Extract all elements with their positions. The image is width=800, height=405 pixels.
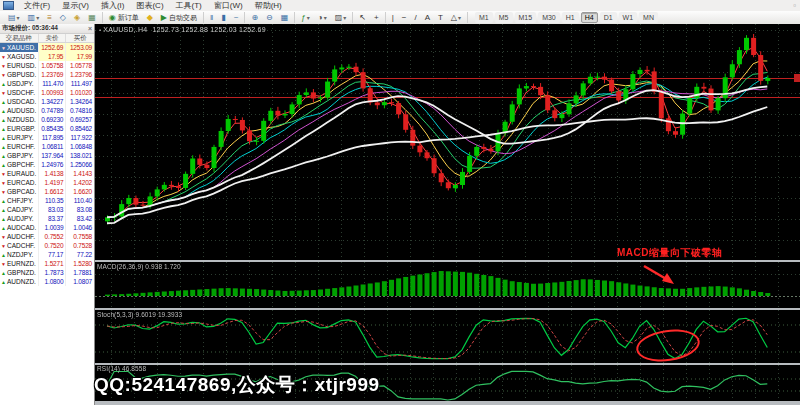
candle-chart-button[interactable]: ▮	[218, 12, 228, 23]
table-row[interactable]: ▲NZDJPY.77.1777.22	[0, 250, 94, 259]
timeframe-m15[interactable]: M15	[515, 12, 537, 23]
menu-item-4[interactable]: 工具(T)	[170, 0, 208, 11]
price-chart-canvas[interactable]	[95, 24, 800, 405]
table-row[interactable]: ▲CHFJPY.110.35110.40	[0, 196, 94, 205]
table-row[interactable]: ▲EURCHF.1.068111.06848	[0, 142, 94, 151]
timeframe-h4[interactable]: H4	[581, 12, 598, 23]
timeframe-m1[interactable]: M1	[475, 12, 493, 23]
toolbar-group: ⊕⊖▦	[245, 12, 295, 23]
bid-value: 17.95	[39, 52, 67, 61]
menu-item-6[interactable]: 帮助(H)	[249, 0, 288, 11]
table-row[interactable]: ▼CADCHF.0.75200.7528	[0, 241, 94, 250]
zoom-in-button[interactable]: ⊕	[248, 12, 261, 23]
table-row[interactable]: ▼GBPUSD.1.237691.23796	[0, 70, 94, 79]
table-row[interactable]: ▲GBPNZD.1.78731.7881	[0, 268, 94, 277]
table-row[interactable]: ▼EURCAD.1.41971.4202	[0, 178, 94, 187]
autotrading-button-label: 自动交易	[169, 13, 197, 23]
tile-windows-button[interactable]: ▦	[278, 12, 292, 23]
profiles-button[interactable]: ▥▾	[25, 12, 43, 23]
table-row[interactable]: ▲EURGBP.0.854350.85462	[0, 124, 94, 133]
line-chart-button[interactable]: ~	[231, 12, 242, 23]
new-chart-button[interactable]: ▤▾	[5, 12, 23, 23]
table-row[interactable]: ▲NZDUSD.0.692300.69257	[0, 115, 94, 124]
autotrading-button[interactable]: ▶自动交易	[158, 12, 200, 23]
table-row[interactable]: ▼EURNZD.1.52711.5280	[0, 259, 94, 268]
symbol-cell: ▲GBPJPY.	[0, 151, 39, 160]
symbol-cell: ▲USDJPY.	[0, 79, 39, 88]
table-row[interactable]: ▼USDCHF.1.009931.01020	[0, 88, 94, 97]
symbol-name: AUDCHF.	[7, 233, 35, 240]
symbol-cell: ▲USDCAD.	[0, 97, 39, 106]
shapes-button[interactable]: △▾	[448, 12, 464, 23]
symbol-name: CADCHF.	[7, 242, 35, 249]
close-icon[interactable]: ×	[88, 25, 92, 32]
timeframe-m5[interactable]: M5	[495, 12, 513, 23]
window-controls-icon[interactable]: ▫	[793, 1, 796, 10]
text-button[interactable]: A	[422, 12, 433, 23]
navigator-button[interactable]: ◈	[71, 12, 83, 23]
cursor-button[interactable]: ↖	[356, 12, 369, 23]
table-row[interactable]: ▲AUDCAD.1.00391.0046	[0, 223, 94, 232]
timeframe-m30[interactable]: M30	[538, 12, 560, 23]
bid-value: 0.7520	[39, 241, 67, 250]
table-row[interactable]: ▲USDJPY.111.470111.497	[0, 79, 94, 88]
column-symbol[interactable]: 交易品种	[0, 34, 39, 42]
ask-value: 110.40	[66, 196, 94, 205]
menu-item-2[interactable]: 插入(I)	[95, 0, 131, 11]
column-bid[interactable]: 卖价	[39, 34, 67, 42]
menu-item-3[interactable]: 图表(C)	[130, 0, 169, 11]
timeframe-d1[interactable]: D1	[600, 12, 617, 23]
timeframe-mn[interactable]: MN	[639, 12, 658, 23]
table-row[interactable]: ▼AUDCHF.0.75520.7558	[0, 232, 94, 241]
table-row[interactable]: ▼GBPCAD.1.66121.6620	[0, 187, 94, 196]
crosshair-button[interactable]: +	[371, 12, 382, 23]
symbol-name: GBPCHF.	[7, 161, 35, 168]
trendline-button[interactable]: /	[411, 12, 419, 23]
bar-chart-button[interactable]: ‖	[207, 12, 216, 23]
menu-item-5[interactable]: 窗口(W)	[208, 0, 249, 11]
hline-button[interactable]: −	[399, 12, 410, 23]
periods-button[interactable]: ◑▾	[315, 12, 330, 23]
column-ask[interactable]: 买价	[66, 34, 94, 42]
table-row[interactable]: ▲CADJPY.83.0383.08	[0, 205, 94, 214]
indicators-button[interactable]: ƒ▾	[298, 12, 312, 23]
table-row[interactable]: ▲AUDNZD.1.08001.0807	[0, 277, 94, 286]
trendline-icon: /	[414, 13, 416, 23]
toolbar: ▤▾▥▾≡◇◈▦◉新订单◆▶自动交易‖▮~⊕⊖▦ƒ▾◑▾▨▾↖+|−/AT△▾ …	[0, 11, 800, 25]
label-button[interactable]: T	[435, 12, 446, 23]
terminal-button[interactable]: ▦	[85, 12, 99, 23]
menu-item-0[interactable]: 文件(F)	[18, 0, 56, 11]
ask-value: 1.4202	[66, 178, 94, 187]
data-window-button[interactable]: ◇	[57, 12, 69, 23]
table-row[interactable]: ▲AUDJPY.83.3783.42	[0, 214, 94, 223]
table-row[interactable]: ▼EURUSD.1.057581.05778	[0, 61, 94, 70]
symbol-cell: ▼CADCHF.	[0, 241, 39, 250]
terminal-icon: ▦	[88, 13, 96, 23]
table-row[interactable]: ▲GBPJPY.137.964138.021	[0, 151, 94, 160]
table-row[interactable]: ▲EURJPY.117.895117.922	[0, 133, 94, 142]
symbol-cell: ▲NZDJPY.	[0, 250, 39, 259]
ask-value: 1.23796	[66, 70, 94, 79]
timeframe-h1[interactable]: H1	[562, 12, 579, 23]
crosshair-icon: +	[374, 13, 379, 23]
vline-button[interactable]: |	[389, 12, 397, 23]
menu-item-1[interactable]: 显示(V)	[56, 0, 95, 11]
metaeditor-button[interactable]: ◆	[144, 12, 156, 23]
table-row[interactable]: ▼XAGUSD.17.9517.99	[0, 52, 94, 61]
arrow-down-icon: ▼	[0, 63, 7, 69]
templates-button[interactable]: ▨▾	[332, 12, 350, 23]
table-row[interactable]: ▲GBPCHF.1.249761.25066	[0, 160, 94, 169]
timeframe-w1[interactable]: W1	[619, 12, 638, 23]
bid-value: 1.34227	[39, 97, 67, 106]
table-row[interactable]: ▼XAUUSD.1252.691253.09	[0, 43, 94, 52]
zoom-out-button[interactable]: ⊖	[263, 12, 276, 23]
table-row[interactable]: ▼EURAUD.1.41381.4143	[0, 169, 94, 178]
ask-value: 1.6620	[66, 187, 94, 196]
new-order-button[interactable]: ◉新订单	[106, 12, 142, 23]
ask-value: 0.7558	[66, 232, 94, 241]
table-row[interactable]: ▲AUDUSD.0.747890.74816	[0, 106, 94, 115]
table-row[interactable]: ▲USDCAD.1.342271.34264	[0, 97, 94, 106]
arrow-up-icon: ▲	[0, 99, 7, 105]
bid-value: 1.4197	[39, 178, 67, 187]
market-watch-button[interactable]: ≡	[44, 12, 55, 23]
